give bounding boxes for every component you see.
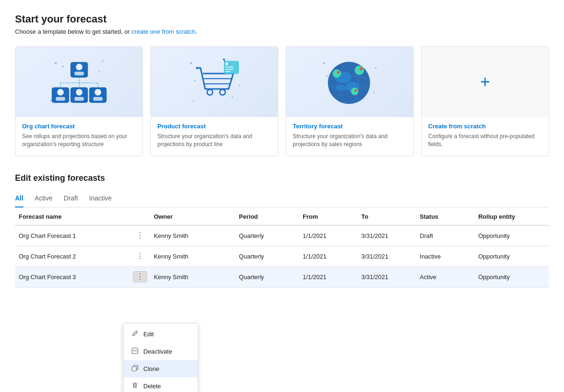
svg-text:📍: 📍	[357, 67, 364, 74]
svg-point-18	[76, 89, 82, 96]
svg-text:✦: ✦	[238, 84, 241, 87]
scratch-card-body: Create from scratch Configure a forecast…	[422, 117, 549, 156]
tab-all[interactable]: All	[15, 191, 23, 207]
svg-point-41	[323, 62, 325, 65]
forecast-name-2: Org Chart Forecast 2	[15, 246, 132, 266]
template-card-product[interactable]: ✦ ✦	[150, 46, 278, 156]
forecast-status-2: Inactive	[416, 246, 475, 266]
org-card-desc: See rollups and projections based on you…	[22, 133, 136, 148]
table-row: Org Chart Forecast 1 ⋮ Kenny Smith Quart…	[15, 225, 549, 246]
scratch-card-desc: Configure a forecast without pre-populat…	[428, 133, 542, 148]
forecast-rollup-1: Opportunity	[475, 225, 549, 246]
forecast-from-1: 1/1/2021	[299, 225, 357, 246]
plus-icon: +	[480, 74, 490, 90]
page-container: Start your forecast Choose a template be…	[0, 0, 564, 301]
template-card-scratch[interactable]: + Create from scratch Configure a foreca…	[421, 46, 549, 156]
product-card-title: Product forecast	[157, 123, 271, 130]
tab-inactive[interactable]: Inactive	[89, 191, 111, 207]
svg-text:✦: ✦	[61, 65, 65, 69]
forecast-period-2: Quarterly	[235, 246, 299, 266]
svg-text:📍: 📍	[353, 89, 359, 95]
forecast-to-3: 3/31/2021	[357, 266, 416, 287]
svg-point-25	[193, 100, 194, 102]
svg-point-15	[57, 89, 64, 96]
svg-point-42	[375, 67, 377, 69]
col-header-from: From	[299, 207, 357, 225]
tab-draft[interactable]: Draft	[64, 191, 78, 207]
template-card-territory[interactable]: ✦ ✦ 📍 📍 📍	[286, 46, 414, 156]
forecast-period-1: Quarterly	[235, 225, 299, 246]
forecast-rollup-2: Opportunity	[475, 246, 549, 266]
edit-section-title: Edit existing forecasts	[15, 173, 549, 183]
forecast-status-1: Draft	[416, 225, 475, 246]
forecast-owner-1: Kenny Smith	[150, 225, 235, 246]
col-header-name: Forecast name	[15, 207, 132, 225]
page-title: Start your forecast	[15, 13, 549, 25]
col-header-rollup: Rollup entity	[475, 207, 549, 225]
svg-rect-22	[93, 97, 103, 101]
forecast-to-2: 3/31/2021	[357, 246, 416, 266]
page-subtitle: Choose a template below to get started, …	[15, 28, 549, 35]
forecast-period-3: Quarterly	[235, 266, 299, 287]
svg-text:📍: 📍	[335, 70, 341, 77]
svg-point-50	[336, 84, 345, 91]
forecast-from-2: 1/1/2021	[299, 246, 357, 266]
forecast-rollup-3: Opportunity	[475, 266, 549, 287]
svg-point-21	[95, 89, 101, 96]
territory-card-desc: Structure your organization's data and p…	[293, 133, 407, 148]
svg-point-1	[102, 60, 104, 62]
tab-active[interactable]: Active	[35, 191, 52, 207]
table-row: Org Chart Forecast 3 ⋮ Kenny Smith Quart…	[15, 266, 549, 287]
forecast-name-3: Org Chart Forecast 3	[15, 266, 132, 287]
svg-point-7	[76, 64, 82, 70]
territory-card-image: ✦ ✦ 📍 📍 📍	[286, 47, 413, 117]
svg-rect-8	[74, 72, 84, 75]
org-card-title: Org chart forecast	[22, 123, 136, 130]
svg-rect-19	[74, 97, 84, 101]
forecast-owner-3: Kenny Smith	[150, 266, 235, 287]
row-menu-btn-1[interactable]: ⋮	[133, 230, 147, 241]
col-header-to: To	[357, 207, 416, 225]
territory-card-title: Territory forecast	[293, 123, 407, 130]
forecast-to-1: 3/31/2021	[357, 225, 416, 246]
svg-point-3	[50, 100, 52, 102]
product-card-image: ✦ ✦	[151, 47, 278, 117]
svg-text:✦: ✦	[98, 70, 100, 73]
table-row: Org Chart Forecast 2 ⋮ Kenny Smith Quart…	[15, 246, 549, 266]
forecast-status-3: Active	[416, 266, 475, 287]
svg-text:✦: ✦	[326, 74, 329, 78]
svg-point-23	[190, 62, 192, 65]
row-menu-btn-2[interactable]: ⋮	[133, 251, 147, 262]
svg-point-31	[220, 89, 225, 95]
forecast-owner-2: Kenny Smith	[150, 246, 235, 266]
territory-card-body: Territory forecast Structure your organi…	[286, 117, 413, 156]
col-header-status: Status	[416, 207, 475, 225]
svg-text:✦: ✦	[231, 96, 234, 99]
template-grid: ✦ ✦	[15, 46, 549, 156]
svg-text:✦: ✦	[372, 91, 375, 94]
svg-rect-16	[56, 97, 65, 101]
template-card-org[interactable]: ✦ ✦	[15, 46, 143, 156]
row-menu-btn-3[interactable]: ⋮	[133, 271, 147, 282]
forecast-tabs: All Active Draft Inactive	[15, 191, 549, 207]
product-card-desc: Structure your organization's data and p…	[157, 133, 271, 148]
col-header-owner: Owner	[150, 207, 235, 225]
forecast-name-1: Org Chart Forecast 1	[15, 225, 132, 246]
forecast-from-3: 1/1/2021	[299, 266, 357, 287]
scratch-card-title: Create from scratch	[428, 123, 542, 130]
col-header-period: Period	[235, 207, 299, 225]
svg-point-33	[225, 62, 228, 65]
svg-point-30	[207, 89, 213, 95]
forecast-table: Forecast name Owner Period From To Statu…	[15, 207, 549, 288]
org-card-image: ✦ ✦	[15, 47, 142, 117]
product-card-body: Product forecast Structure your organiza…	[151, 117, 278, 156]
svg-point-0	[54, 62, 57, 65]
org-card-body: Org chart forecast See rollups and proje…	[15, 117, 142, 156]
svg-text:✦: ✦	[193, 79, 197, 83]
scratch-card-image: +	[422, 47, 549, 117]
create-from-scratch-link[interactable]: create one from scratch	[132, 28, 196, 35]
svg-point-38	[223, 59, 225, 60]
